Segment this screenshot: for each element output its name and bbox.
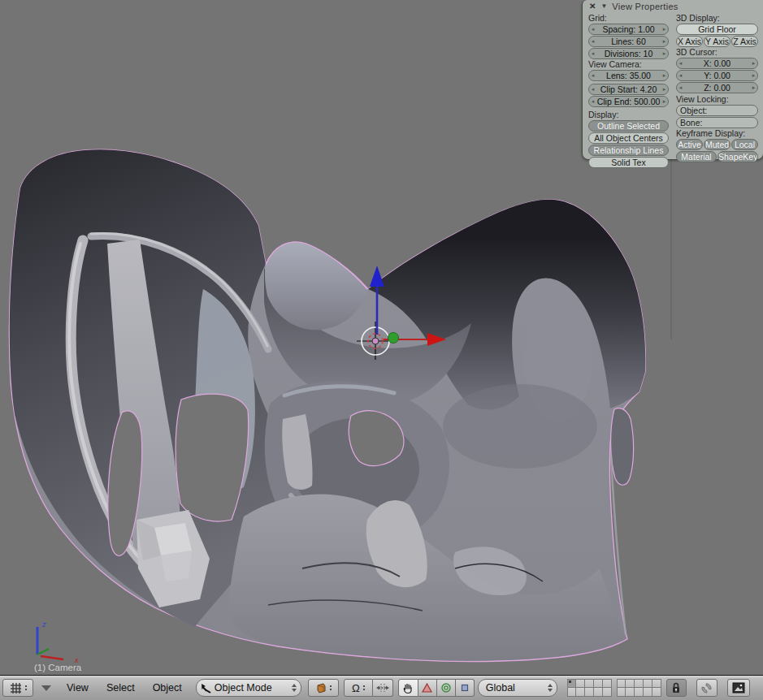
scale-manipulator-button[interactable] xyxy=(456,679,475,697)
menu-view[interactable]: View xyxy=(59,679,97,697)
toggle-z-axis[interactable]: Z Axis xyxy=(731,36,758,47)
view-name-label: (1) Camera xyxy=(34,663,82,672)
clip-end-slider[interactable]: ◂ Clip End: 500.00 ▸ xyxy=(588,96,669,107)
pivot-icon: Ω xyxy=(352,682,360,694)
right-finger-lobe xyxy=(611,408,634,486)
lock-icon xyxy=(671,682,681,694)
toggle-keyframe-local[interactable]: Local xyxy=(731,139,758,150)
slider-right-arrow-icon[interactable]: ▸ xyxy=(661,24,668,34)
lock-layers-button[interactable] xyxy=(666,679,687,697)
header-menu-collapse-icon[interactable] xyxy=(41,685,51,691)
cursor-y-slider[interactable]: ◂ Y: 0.00 ▸ xyxy=(676,70,758,81)
axis-z-label: z xyxy=(41,620,46,629)
slider-right-arrow-icon[interactable]: ▸ xyxy=(750,58,757,68)
layer-buttons-group-1[interactable] xyxy=(567,679,612,697)
menu-select[interactable]: Select xyxy=(98,679,143,697)
object-center-dot xyxy=(372,338,379,344)
shadow-under-horn xyxy=(443,384,597,469)
rotate-icon xyxy=(440,682,452,694)
translate-icon xyxy=(422,683,432,693)
toggle-keyframe-muted[interactable]: Muted xyxy=(704,139,730,150)
blender-3d-view-window: { "panel": { "title": "View Properties",… xyxy=(0,0,763,700)
hand-icon xyxy=(402,682,414,694)
slider-right-arrow-icon[interactable]: ▸ xyxy=(661,37,668,46)
grid-lines-slider[interactable]: ◂ Lines: 60 ▸ xyxy=(588,36,669,47)
toggle-keyframe-shapekey[interactable]: ShapeKey xyxy=(717,151,758,162)
y-axis-handle[interactable] xyxy=(388,333,399,344)
render-preview-button[interactable] xyxy=(727,679,750,697)
move-centers-only-button[interactable] xyxy=(373,679,393,697)
collapse-icon[interactable]: ▼ xyxy=(600,2,607,10)
view-properties-panel[interactable]: ✕ ▼ View Properties Grid: ◂ Spacing: 1.0… xyxy=(582,0,763,160)
orientation-dropdown[interactable]: Global xyxy=(478,679,557,697)
draw-type-button[interactable] xyxy=(308,679,339,697)
slider-left-arrow-icon[interactable]: ◂ xyxy=(589,84,596,94)
solid-drawtype-icon xyxy=(315,682,327,694)
slider-right-arrow-icon[interactable]: ▸ xyxy=(661,97,668,106)
layer-1-active[interactable] xyxy=(567,679,576,688)
editor-type-button[interactable] xyxy=(2,679,33,697)
slider-left-arrow-icon[interactable]: ◂ xyxy=(677,71,684,80)
lock-object-field[interactable]: Object: xyxy=(676,105,758,116)
clip-start-slider[interactable]: ◂ Clip Start: 4.20 ▸ xyxy=(588,84,669,95)
keyframe-display-section-label: Keyframe Display: xyxy=(676,129,758,138)
pivot-point-button[interactable]: Ω xyxy=(344,679,373,697)
snap-button[interactable] xyxy=(696,679,717,697)
lens-slider[interactable]: ◂ Lens: 35.00 ▸ xyxy=(588,70,669,81)
slider-left-arrow-icon[interactable]: ◂ xyxy=(677,83,684,93)
move-centers-icon xyxy=(376,683,389,693)
3d-cursor-section-label: 3D Cursor: xyxy=(676,48,758,57)
panel-header[interactable]: ✕ ▼ View Properties xyxy=(583,0,763,12)
render-image-icon xyxy=(732,682,745,694)
toggle-grid-floor[interactable]: Grid Floor xyxy=(676,24,758,35)
view-locking-section-label: View Locking: xyxy=(676,95,758,104)
dropdown-indicator-icon xyxy=(25,685,27,690)
close-icon[interactable]: ✕ xyxy=(589,2,596,11)
slider-left-arrow-icon[interactable]: ◂ xyxy=(589,37,596,46)
view-camera-section-label: View Camera: xyxy=(588,60,669,69)
cursor-x-slider[interactable]: ◂ X: 0.00 ▸ xyxy=(676,58,758,69)
slider-right-arrow-icon[interactable]: ▸ xyxy=(750,71,757,80)
slider-left-arrow-icon[interactable]: ◂ xyxy=(589,97,596,106)
3d-view-header: View Select Object Object Mode Ω xyxy=(0,675,763,700)
panel-title: View Properties xyxy=(612,2,678,11)
mode-dropdown[interactable]: Object Mode xyxy=(196,679,301,697)
3d-display-section-label: 3D Display: xyxy=(676,14,758,23)
grid-divisions-slider[interactable]: ◂ Divisions: 10 ▸ xyxy=(588,48,669,59)
toggle-outline-selected[interactable]: Outline Selected xyxy=(588,120,669,132)
manipulator-toggle-button[interactable] xyxy=(398,679,418,697)
toggle-keyframe-active[interactable]: Active xyxy=(676,139,703,150)
slider-left-arrow-icon[interactable]: ◂ xyxy=(589,49,596,58)
translate-manipulator-button[interactable] xyxy=(418,679,437,697)
toggle-y-axis[interactable]: Y Axis xyxy=(704,36,730,47)
dropdown-indicator-icon xyxy=(363,685,365,690)
scale-icon xyxy=(460,683,470,693)
grid-editor-icon xyxy=(10,682,22,694)
slider-left-arrow-icon[interactable]: ◂ xyxy=(589,71,596,80)
magnet-icon xyxy=(700,682,713,694)
lock-bone-field[interactable]: Bone: xyxy=(676,117,758,128)
grid-spacing-slider[interactable]: ◂ Spacing: 1.00 ▸ xyxy=(588,24,669,35)
dropdown-indicator-icon xyxy=(330,685,332,690)
slider-right-arrow-icon[interactable]: ▸ xyxy=(661,84,668,94)
slider-right-arrow-icon[interactable]: ▸ xyxy=(661,49,668,58)
toggle-all-object-centers[interactable]: All Object Centers xyxy=(588,132,669,144)
toggle-solid-tex[interactable]: Solid Tex xyxy=(588,157,669,168)
rotate-manipulator-button[interactable] xyxy=(437,679,456,697)
dropdown-spinner-icon xyxy=(548,684,553,692)
toggle-keyframe-material[interactable]: Material xyxy=(676,151,717,162)
toggle-x-axis[interactable]: X Axis xyxy=(676,36,703,47)
grid-section-label: Grid: xyxy=(588,14,669,23)
slider-right-arrow-icon[interactable]: ▸ xyxy=(750,83,757,93)
slider-left-arrow-icon[interactable]: ◂ xyxy=(589,24,596,34)
object-mode-icon xyxy=(201,683,211,694)
layer-buttons-group-2[interactable] xyxy=(617,679,661,697)
slider-left-arrow-icon[interactable]: ◂ xyxy=(677,58,684,68)
dropdown-spinner-icon xyxy=(292,684,297,692)
mesh-hole-center xyxy=(176,394,249,521)
cursor-z-slider[interactable]: ◂ Z: 0.00 ▸ xyxy=(676,82,758,93)
toggle-relationship-lines[interactable]: Relationship Lines xyxy=(588,145,669,156)
3d-viewport[interactable]: z x (1) Camera ✕ ▼ View Properties Grid:… xyxy=(0,0,763,675)
slider-right-arrow-icon[interactable]: ▸ xyxy=(661,71,668,80)
menu-object[interactable]: Object xyxy=(145,679,190,697)
